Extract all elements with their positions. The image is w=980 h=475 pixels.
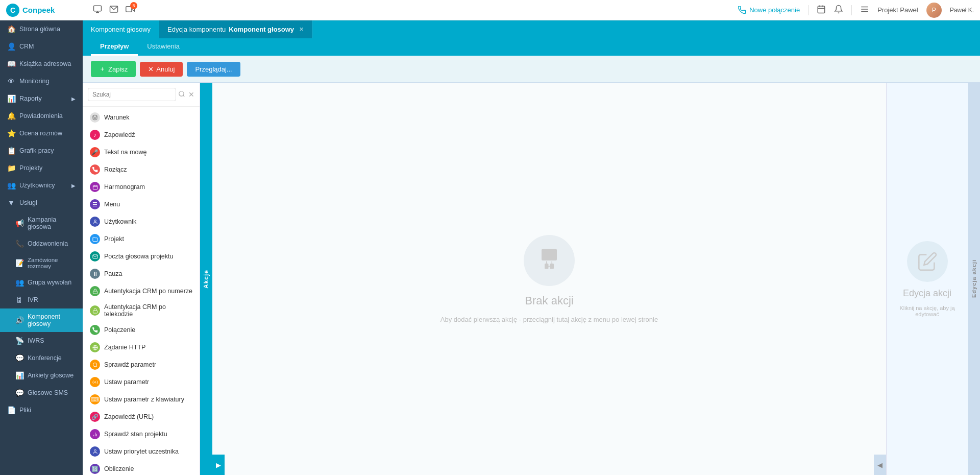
iwrs-icon: 📡 xyxy=(15,337,23,345)
list-item[interactable]: 🔢 Obliczenie xyxy=(83,460,200,475)
list-item[interactable]: Harmonogram xyxy=(83,178,200,196)
monitoring-icon: 👁 xyxy=(7,77,15,85)
subtab-settings[interactable]: Ustawienia xyxy=(138,38,189,56)
action-label: Poczta głosowa projektu xyxy=(104,253,174,260)
tab-bar: Komponent głosowy Edycja komponentu Komp… xyxy=(83,20,980,38)
sidebar-item-files[interactable]: 📄 Pliki xyxy=(0,401,83,419)
bell-icon[interactable] xyxy=(834,5,843,16)
conferences-icon: 💬 xyxy=(15,354,23,362)
browse-button[interactable]: Przeglądaj... xyxy=(187,62,240,77)
monitor-icon[interactable] xyxy=(93,5,102,16)
sidebar-item-ordered-calls[interactable]: 📝 Zamówionerozmowy xyxy=(0,252,83,274)
list-item[interactable]: Sprawdź parametr xyxy=(83,356,200,373)
list-item[interactable]: 🎤 Tekst na mowę xyxy=(83,144,200,161)
canvas-area[interactable]: Brak akcji Aby dodać pierwszą akcję - pr… xyxy=(212,83,886,475)
sidebar-item-call-rating[interactable]: ⭐ Ocena rozmów xyxy=(0,125,83,142)
action-label: Żądanie HTTP xyxy=(104,344,145,351)
sidebar-item-voice-component[interactable]: 🔊 Komponent głosowy xyxy=(0,308,83,332)
new-call-button[interactable]: Nowe połączenie xyxy=(738,6,800,14)
list-item[interactable]: Autentykacja CRM po numerze xyxy=(83,282,200,300)
tab-voice-component[interactable]: Komponent głosowy xyxy=(83,20,159,38)
sidebar-item-monitoring[interactable]: 👁 Monitoring xyxy=(0,73,83,90)
side-label-edycja: Edycja akcji xyxy=(968,83,980,475)
address-book-icon: 📖 xyxy=(7,60,15,68)
list-item[interactable]: Projekt xyxy=(83,230,200,248)
list-item[interactable]: ☰ Menu xyxy=(83,196,200,213)
calendar-icon[interactable] xyxy=(817,5,826,16)
tab-label-edit-bold: Komponent głosowy xyxy=(229,26,294,33)
email-icon[interactable] xyxy=(109,5,118,16)
action-label: Ustaw parametr z klawiatury xyxy=(104,396,184,403)
cancel-button[interactable]: ✕ Anuluj xyxy=(140,62,183,77)
list-item[interactable]: ⏸ Pauza xyxy=(83,265,200,282)
autentykacja-crm-numer-icon xyxy=(90,286,100,296)
list-item[interactable]: Rozłącz xyxy=(83,161,200,178)
sidebar-item-ivr[interactable]: 🎛 IVR xyxy=(0,291,83,308)
sidebar-item-home[interactable]: 🏠 Strona główna xyxy=(0,20,83,38)
sidebar-item-iwrs[interactable]: 📡 IWRS xyxy=(0,332,83,349)
canvas-empty-title: Brak akcji xyxy=(525,294,573,307)
svg-line-25 xyxy=(96,366,97,367)
list-item[interactable]: ⌨ Ustaw parametr z klawiatury xyxy=(83,391,200,408)
svg-line-14 xyxy=(183,95,185,97)
edit-panel-subtitle: Kliknij na akcję, aby ją edytować xyxy=(887,305,968,317)
zapowiedz-url-icon: 🔗 xyxy=(90,412,100,422)
sidebar-label-iwrs: IWRS xyxy=(28,337,44,344)
sidebar-item-users[interactable]: 👥 Użytkownicy ▶ xyxy=(0,177,83,194)
avatar[interactable]: P xyxy=(926,3,942,18)
action-label: Sprawdź parametr xyxy=(104,361,156,368)
sidebar-item-voice-surveys[interactable]: 📊 Ankiety głosowe xyxy=(0,367,83,384)
svg-rect-15 xyxy=(93,185,97,189)
sidebar-item-notifications[interactable]: 🔔 Powiadomienia xyxy=(0,107,83,125)
search-input[interactable] xyxy=(88,88,176,101)
list-item[interactable]: Ustaw parametr xyxy=(83,373,200,391)
list-item[interactable]: Sprawdź stan projektu xyxy=(83,425,200,443)
search-bar: ✕ xyxy=(83,83,200,107)
canvas-nav-left-button[interactable]: ▶ xyxy=(212,455,225,475)
list-item[interactable]: Użytkownik xyxy=(83,213,200,230)
canvas-nav-right-button[interactable]: ◀ xyxy=(874,455,886,475)
tab-edit-component[interactable]: Edycja komponentu Komponent głosowy ✕ xyxy=(159,20,312,38)
save-button[interactable]: ＋ Zapisz xyxy=(91,61,136,77)
edit-panel-title: Edycja akcji xyxy=(903,288,951,299)
list-item[interactable]: ♪ Zapowiedź xyxy=(83,126,200,144)
sidebar-item-call-group[interactable]: 👥 Grupa wywołań xyxy=(0,274,83,291)
svg-rect-0 xyxy=(94,6,102,11)
sidebar-item-work-schedule[interactable]: 📋 Grafik pracy xyxy=(0,142,83,159)
subtab-flow[interactable]: Przepływ xyxy=(91,38,138,56)
sidebar-item-callbacks[interactable]: 📞 Oddzwonienia xyxy=(0,235,83,252)
action-label: Zapowiedź xyxy=(104,131,135,138)
action-label: Obliczenie xyxy=(104,465,134,472)
sidebar-item-projects[interactable]: 📁 Projekty xyxy=(0,159,83,177)
action-label: Projekt xyxy=(104,235,124,243)
notifications-icon: 🔔 xyxy=(7,112,15,120)
work-schedule-icon: 📋 xyxy=(7,147,15,155)
sidebar-item-reports[interactable]: 📊 Raporty ▶ xyxy=(0,90,83,107)
notification-badge: 5 xyxy=(130,2,137,9)
list-item[interactable]: Ustaw priorytet uczestnika xyxy=(83,443,200,460)
sidebar-item-services[interactable]: ▼ Usługi xyxy=(0,194,83,211)
video-icon[interactable]: 5 xyxy=(126,5,135,16)
list-item[interactable]: Autentykacja CRM po telekodzie xyxy=(83,300,200,321)
menu-icon[interactable] xyxy=(860,5,869,16)
sidebar-item-voice-sms[interactable]: 💬 Głosowe SMS xyxy=(0,384,83,401)
list-item[interactable]: Poczta głosowa projektu xyxy=(83,248,200,265)
svg-rect-21 xyxy=(93,311,97,313)
sidebar-label-users: Użytkownicy xyxy=(19,182,55,189)
users-expand-icon: ▶ xyxy=(71,183,76,188)
sidebar-label-voice-campaign: Kampania głosowa xyxy=(28,216,76,230)
project-selector[interactable]: Projekt Paweł xyxy=(877,6,918,14)
sidebar-item-address-book[interactable]: 📖 Książka adresowa xyxy=(0,55,83,73)
sidebar-item-conferences[interactable]: 💬 Konferencje xyxy=(0,349,83,367)
sidebar-item-crm[interactable]: 👤 CRM xyxy=(0,38,83,55)
list-item[interactable]: 🔗 Zapowiedź (URL) xyxy=(83,408,200,425)
sidebar-item-voice-campaign[interactable]: 📢 Kampania głosowa xyxy=(0,211,83,235)
list-item[interactable]: Żądanie HTTP xyxy=(83,339,200,356)
list-item[interactable]: Połączenie xyxy=(83,321,200,339)
tab-close-icon[interactable]: ✕ xyxy=(299,26,304,33)
username: Paweł K. xyxy=(950,7,974,14)
tab-label-edit-prefix: Edycja komponentu xyxy=(167,26,226,33)
search-clear-icon[interactable]: ✕ xyxy=(188,90,194,99)
list-item[interactable]: Warunek xyxy=(83,109,200,126)
action-label: Użytkownik xyxy=(104,218,136,225)
